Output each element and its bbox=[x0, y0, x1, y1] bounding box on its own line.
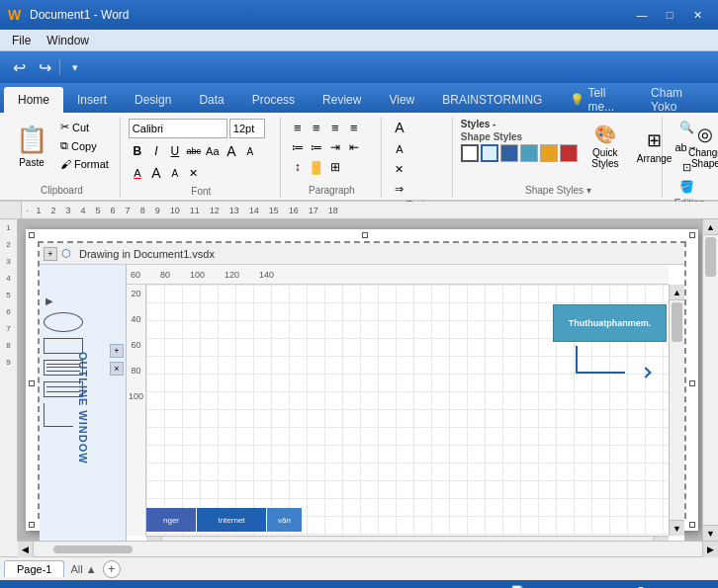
paint-bucket-button[interactable]: 🪣 bbox=[671, 178, 702, 196]
clear-formatting-button[interactable]: ✕ bbox=[185, 164, 203, 182]
paste-button[interactable]: 📋 Paste bbox=[10, 119, 53, 174]
tab-home[interactable]: Home bbox=[4, 87, 63, 113]
copy-button[interactable]: ⧉ Copy bbox=[55, 137, 114, 154]
indent-button[interactable]: ⇥ bbox=[326, 138, 344, 156]
side-btn-2[interactable]: × bbox=[110, 362, 124, 376]
main-v-scrollbar[interactable]: ▲ ▼ bbox=[702, 219, 718, 541]
quick-styles-button[interactable]: 🎨 Quick Styles bbox=[583, 119, 627, 174]
tab-view[interactable]: View bbox=[375, 87, 428, 113]
scroll-up-btn[interactable]: ▲ bbox=[670, 285, 684, 300]
v-scrollbar-diagram[interactable]: ▲ ▼ bbox=[669, 285, 684, 536]
shape-teal[interactable]: Thuthuatphanmem. bbox=[553, 304, 667, 342]
main-h-thumb[interactable] bbox=[53, 546, 133, 553]
font-size-input[interactable] bbox=[229, 119, 265, 138]
scroll-left-btn[interactable]: ◀ bbox=[146, 537, 162, 542]
select-button[interactable]: ⊡ bbox=[671, 158, 702, 176]
style-thumb-6[interactable] bbox=[560, 144, 578, 162]
style-thumb-2[interactable] bbox=[481, 144, 498, 162]
minimize-button[interactable]: — bbox=[629, 5, 655, 25]
scroll-thumb-v[interactable] bbox=[672, 302, 682, 342]
font-color-button[interactable]: A bbox=[129, 164, 146, 182]
menu-file[interactable]: File bbox=[4, 32, 39, 49]
page-tab-1[interactable]: Page-1 bbox=[4, 560, 64, 577]
ruler-tick: 2 bbox=[51, 206, 56, 215]
decrease-font-button[interactable]: A bbox=[241, 142, 259, 160]
main-scroll-down[interactable]: ▼ bbox=[703, 525, 718, 541]
stencil-lines2[interactable] bbox=[44, 381, 83, 397]
stencil-rect[interactable] bbox=[44, 338, 83, 354]
numbered-list-button[interactable]: ≔ bbox=[308, 138, 325, 156]
bottom-shape-3[interactable]: văn bbox=[267, 508, 302, 532]
font-size-decrease-btn[interactable]: A bbox=[390, 140, 409, 158]
font-grow-button[interactable]: A bbox=[147, 164, 165, 182]
zoom-minus[interactable]: − bbox=[563, 584, 571, 588]
strikethrough-button[interactable]: abc bbox=[185, 142, 203, 160]
menu-window[interactable]: Window bbox=[39, 32, 97, 49]
tab-tell-me[interactable]: 💡 Tell me... bbox=[556, 87, 637, 113]
border-button[interactable]: ⊞ bbox=[326, 158, 344, 176]
main-scroll-left-btn[interactable]: ◀ bbox=[18, 542, 34, 557]
shading-button[interactable]: ▓ bbox=[308, 158, 325, 176]
style-thumb-4[interactable] bbox=[520, 144, 538, 162]
scroll-down-btn[interactable]: ▼ bbox=[670, 520, 684, 536]
tab-insert[interactable]: Insert bbox=[63, 87, 121, 113]
outdent-button[interactable]: ⇤ bbox=[345, 138, 363, 156]
zoom-plus[interactable]: + bbox=[662, 584, 670, 588]
visio-expand-button[interactable]: + bbox=[44, 247, 57, 261]
line-spacing-button[interactable]: ↕ bbox=[289, 158, 307, 176]
customize-button[interactable]: ▾ bbox=[64, 56, 86, 78]
bottom-shape-1[interactable]: nger bbox=[146, 508, 196, 532]
justify-button[interactable]: ≡ bbox=[345, 119, 363, 136]
tab-design[interactable]: Design bbox=[121, 87, 185, 113]
replace-button[interactable]: ab→ bbox=[671, 138, 702, 156]
selection-handle-mr bbox=[689, 380, 695, 386]
tab-brainstorming[interactable]: BRAINSTORMING bbox=[428, 87, 556, 113]
side-btn-1[interactable]: + bbox=[110, 344, 124, 358]
tab-user[interactable]: Cham Yoko bbox=[637, 87, 714, 113]
tab-review[interactable]: Review bbox=[309, 87, 375, 113]
clear-all-btn[interactable]: ✕ bbox=[390, 160, 409, 178]
stencil-oval[interactable] bbox=[44, 312, 83, 332]
style-thumb-3[interactable] bbox=[500, 144, 518, 162]
align-center-button[interactable]: ≡ bbox=[308, 119, 325, 136]
add-page-button[interactable]: + bbox=[103, 560, 121, 578]
bottom-shape-2[interactable]: Internet bbox=[197, 508, 266, 532]
visio-embed[interactable]: + ⬡ Drawing in Document1.vsdx OUTLINE WI… bbox=[38, 241, 686, 519]
font-shrink-button[interactable]: A bbox=[166, 164, 184, 182]
maximize-button[interactable]: □ bbox=[657, 5, 682, 25]
stencil-arrow: ▶ bbox=[44, 294, 55, 306]
align-left-button[interactable]: ≡ bbox=[289, 119, 307, 136]
underline-button[interactable]: U bbox=[166, 142, 184, 160]
styles-gallery-area: Styles - Shape Styles bbox=[461, 119, 580, 162]
align-right-button[interactable]: ≡ bbox=[326, 119, 344, 136]
close-button[interactable]: ✕ bbox=[684, 5, 710, 25]
more-btn[interactable]: ⇒ bbox=[390, 180, 409, 198]
redo-button[interactable]: ↪ bbox=[34, 56, 55, 78]
format-painter-button[interactable]: 🖌 Format bbox=[55, 156, 114, 172]
main-scroll-right-btn[interactable]: ▶ bbox=[702, 542, 718, 557]
find-button[interactable]: 🔍 bbox=[671, 119, 702, 136]
style-thumb-1[interactable] bbox=[461, 144, 479, 162]
font-name-input[interactable] bbox=[129, 119, 227, 138]
main-scroll-up[interactable]: ▲ bbox=[703, 219, 718, 235]
style-thumb-5[interactable] bbox=[540, 144, 558, 162]
bullet-list-button[interactable]: ≔ bbox=[289, 138, 307, 156]
undo-button[interactable]: ↩ bbox=[8, 56, 30, 78]
h-scrollbar-diagram[interactable]: ◀ ▶ bbox=[146, 536, 669, 541]
font-size-increase-btn[interactable]: A bbox=[390, 119, 409, 136]
font-case-button[interactable]: Aa bbox=[204, 142, 222, 160]
scroll-right-btn[interactable]: ▶ bbox=[653, 537, 669, 542]
tab-arrow-icon: ▲ bbox=[86, 563, 97, 575]
main-scroll-thumb[interactable] bbox=[705, 237, 716, 277]
scroll-thumb-h[interactable] bbox=[172, 541, 271, 542]
tab-data[interactable]: Data bbox=[185, 87, 237, 113]
stencil-corner[interactable] bbox=[44, 403, 73, 427]
diagram-area[interactable]: 60 80 100 120 140 20 40 60 80 100 bbox=[127, 265, 684, 541]
bold-button[interactable]: B bbox=[129, 142, 146, 160]
stencil-lines1[interactable] bbox=[44, 360, 83, 376]
tab-process[interactable]: Process bbox=[238, 87, 309, 113]
page-tab-all[interactable]: All ▲ bbox=[66, 563, 100, 575]
italic-button[interactable]: I bbox=[147, 142, 165, 160]
increase-font-button[interactable]: A bbox=[223, 142, 240, 160]
cut-button[interactable]: ✂ Cut bbox=[55, 119, 114, 135]
